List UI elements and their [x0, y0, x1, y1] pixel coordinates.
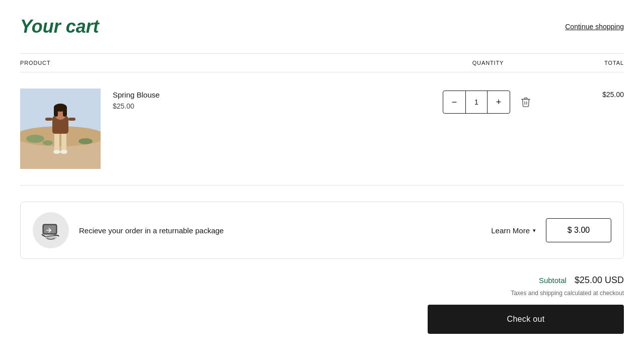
quantity-decrease-button[interactable]: −	[443, 91, 465, 113]
product-image-container	[20, 88, 101, 169]
cart-items-list: Spring Blouse $25.00 − 1 +	[20, 72, 624, 186]
returnable-package-description: Recieve your order in a returnable packa…	[79, 226, 481, 235]
continue-shopping-button[interactable]: Continue shopping	[565, 23, 624, 31]
svg-rect-7	[61, 131, 66, 151]
page-title: Your cart	[20, 16, 99, 37]
quantity-value: 1	[465, 91, 488, 113]
product-name: Spring Blouse	[113, 90, 433, 99]
product-price: $25.00	[113, 102, 433, 110]
checkout-button[interactable]: Check out	[428, 305, 624, 334]
svg-point-4	[78, 138, 93, 144]
col-quantity-header: QUANTITY	[433, 60, 543, 66]
subtotal-value: $25.00 USD	[575, 275, 624, 286]
quantity-control: − 1 +	[443, 90, 510, 114]
delete-item-button[interactable]	[518, 95, 533, 110]
subtotal-row: Subtotal $25.00 USD	[539, 275, 624, 286]
subtotal-label: Subtotal	[539, 276, 567, 285]
add-returnable-package-button[interactable]: $ 3.00	[546, 218, 611, 242]
cart-header: Your cart Continue shopping	[20, 16, 624, 37]
tax-note: Taxes and shipping calculated at checkou…	[511, 290, 624, 297]
minus-icon: −	[452, 97, 457, 108]
order-summary: Subtotal $25.00 USD Taxes and shipping c…	[20, 275, 624, 334]
quantity-increase-button[interactable]: +	[488, 91, 510, 113]
returnable-package-banner: Recieve your order in a returnable packa…	[20, 202, 624, 259]
col-total-header: TOTAL	[543, 60, 624, 66]
svg-point-3	[26, 135, 44, 143]
svg-rect-6	[54, 131, 59, 151]
svg-rect-12	[68, 118, 75, 121]
svg-rect-11	[45, 118, 52, 121]
product-info: Spring Blouse $25.00	[113, 88, 433, 110]
chevron-down-icon: ▾	[533, 227, 536, 234]
svg-point-8	[53, 150, 60, 154]
col-product-header: PRODUCT	[20, 60, 433, 66]
trash-icon	[520, 97, 531, 108]
learn-more-button[interactable]: Learn More ▾	[491, 226, 536, 235]
package-icon	[39, 218, 63, 242]
learn-more-label: Learn More	[491, 226, 530, 235]
product-image	[20, 88, 101, 169]
svg-rect-16	[63, 107, 67, 117]
table-header: PRODUCT QUANTITY TOTAL	[20, 53, 624, 72]
svg-point-5	[43, 140, 53, 145]
plus-icon: +	[496, 97, 502, 108]
item-total: $25.00	[543, 88, 624, 99]
svg-rect-15	[54, 107, 58, 117]
table-row: Spring Blouse $25.00 − 1 +	[20, 72, 624, 186]
banner-icon	[33, 212, 69, 248]
quantity-section: − 1 +	[433, 88, 543, 114]
svg-point-9	[60, 150, 67, 154]
